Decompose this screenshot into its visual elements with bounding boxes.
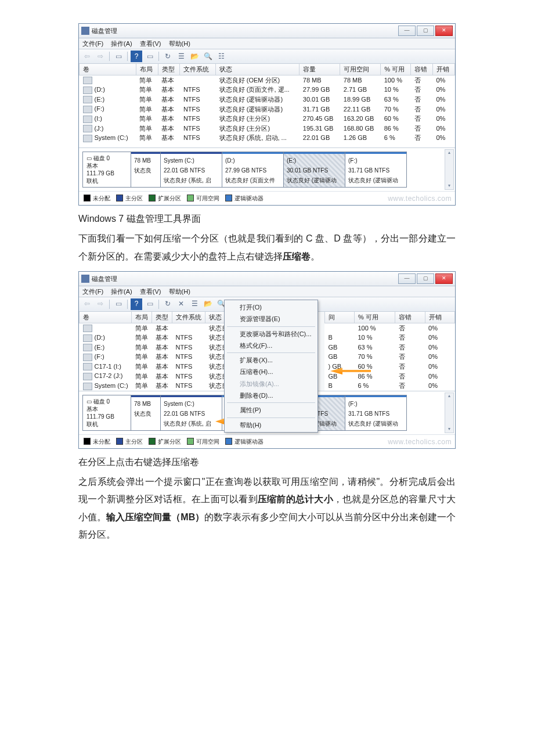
- forward-icon[interactable]: ⇨: [95, 298, 106, 310]
- menu-bar: 文件(F) 操作(A) 查看(V) 帮助(H): [79, 38, 455, 49]
- help-icon[interactable]: ?: [131, 51, 142, 62]
- col-header[interactable]: 类型: [158, 64, 180, 75]
- col-header[interactable]: % 可用: [381, 64, 411, 75]
- caption-1: Windows 7 磁盘管理工具界面: [78, 210, 456, 228]
- delete-icon[interactable]: ✕: [175, 298, 187, 310]
- disk-mgmt-window-2: 磁盘管理 — ▢ ✕ 文件(F) 操作(A) 查看(V) 帮助(H) ⇦ ⇨ ▭…: [78, 271, 456, 449]
- menu-help[interactable]: 帮助(H): [169, 287, 190, 296]
- table-row[interactable]: B6 %否0%: [325, 381, 455, 391]
- partition-reserved[interactable]: 78 MB 状态良: [131, 152, 161, 188]
- context-menu-item[interactable]: 打开(O): [225, 301, 317, 313]
- props-icon[interactable]: ▭: [144, 51, 156, 62]
- menu-action[interactable]: 操作(A): [111, 39, 132, 48]
- table-row[interactable]: GB70 %否0%: [325, 352, 455, 362]
- paragraph-1: 下面我们看一下如何压缩一个分区（也就是我们看到的 C 盘、D 盘等），分出一部分…: [78, 230, 456, 265]
- back-icon[interactable]: ⇦: [81, 51, 93, 62]
- scrollbar[interactable]: ▴▾: [445, 149, 454, 190]
- context-menu-item[interactable]: 压缩卷(H)...: [225, 366, 317, 377]
- forward-icon[interactable]: ⇨: [95, 51, 106, 62]
- context-menu-item[interactable]: 帮助(H): [225, 419, 317, 431]
- partition-reserved[interactable]: 78 MB 状态良: [131, 395, 161, 431]
- refresh-icon[interactable]: ↻: [162, 51, 174, 62]
- list-icon[interactable]: ☷: [215, 51, 227, 62]
- col-header[interactable]: 容量: [300, 64, 340, 75]
- volume-table: 卷布局类型文件系统状态容量可用空间% 可用容错开销 简单基本状态良好 (OEM …: [79, 64, 455, 147]
- table-row[interactable]: (J:)简单基本NTFS状态良好 (主分区)195.31 GB168.80 GB…: [80, 124, 455, 134]
- up-icon[interactable]: ▭: [113, 51, 124, 62]
- open-icon[interactable]: 📂: [189, 51, 200, 62]
- refresh-icon[interactable]: ↻: [162, 298, 174, 310]
- title-bar: 磁盘管理 — ▢ ✕: [79, 24, 455, 38]
- table-row[interactable]: C17-1 (I:)简单基本NTFS状态良: [80, 362, 232, 372]
- partition-c[interactable]: System (C:) 22.01 GB NTFS 状态良好 (系统, 启: [161, 152, 222, 188]
- col-header[interactable]: 容错: [411, 64, 433, 75]
- scrollbar[interactable]: ▴▾: [445, 393, 454, 433]
- window-controls: — ▢ ✕: [398, 26, 453, 36]
- context-menu-item[interactable]: 属性(P): [225, 404, 317, 416]
- partition-f[interactable]: (F:) 31.71 GB NTFS 状态良好 (逻辑驱动: [345, 395, 407, 431]
- volume-table-left: 卷布局类型文件系统状态 简单基本状态良(D:)简单基本NTFS状态良(E:)简单…: [79, 312, 232, 390]
- watermark: www.techolics.com: [388, 195, 452, 204]
- close-button[interactable]: ✕: [435, 26, 453, 36]
- col-header[interactable]: 布局: [136, 64, 158, 75]
- back-icon[interactable]: ⇦: [81, 298, 93, 310]
- table-row[interactable]: 简单基本状态良: [80, 323, 232, 333]
- up-icon[interactable]: ▭: [113, 298, 124, 310]
- open-icon[interactable]: 📂: [202, 298, 214, 310]
- table-row[interactable]: GB63 %否0%: [325, 343, 455, 352]
- disk-info: ▭ 磁盘 0 基本 111.79 GB 联机: [82, 152, 131, 188]
- table-row[interactable]: (D:)简单基本NTFS状态良好 (页面文件, 逻...27.99 GB2.71…: [80, 85, 455, 95]
- disk-layout-panel: ▭ 磁盘 0 基本 111.79 GB 联机 78 MB 状态良 System …: [79, 147, 455, 191]
- context-menu-item[interactable]: 更改驱动器号和路径(C)...: [225, 328, 317, 340]
- caption-2: 在分区上点击右键选择压缩卷: [78, 453, 456, 471]
- table-row[interactable]: (E:)简单基本NTFS状态良: [80, 343, 232, 352]
- table-row[interactable]: B10 %否0%: [325, 333, 455, 343]
- col-header[interactable]: 开销: [433, 64, 455, 75]
- table-row[interactable]: 100 %否0%: [325, 323, 455, 333]
- table-row[interactable]: (F:)简单基本NTFS状态良: [80, 352, 232, 362]
- volume-table-right: 间% 可用容错开销 100 %否0%B10 %否0%GB63 %否0%GB70 …: [324, 312, 455, 390]
- table-row[interactable]: (F:)简单基本NTFS状态良好 (逻辑驱动器)31.71 GB22.11 GB…: [80, 104, 455, 114]
- table-row[interactable]: System (C:)简单基本NTFS状态良: [80, 381, 232, 391]
- table-row[interactable]: (I:)简单基本NTFS状态良好 (主分区)270.45 GB163.20 GB…: [80, 114, 455, 124]
- find-icon[interactable]: 🔍: [202, 51, 214, 62]
- watermark: www.techolics.com: [388, 438, 452, 447]
- settings-icon[interactable]: ☰: [175, 51, 187, 62]
- app-icon: [81, 275, 89, 283]
- toolbar: ⇦ ⇨ ▭ ? ▭ ↻ ☰ 📂 🔍 ☷: [79, 49, 455, 64]
- context-menu-item[interactable]: 扩展卷(X)...: [225, 354, 317, 366]
- col-header[interactable]: 可用空间: [340, 64, 381, 75]
- props-icon[interactable]: ▭: [144, 298, 156, 310]
- context-menu-item[interactable]: 删除卷(D)...: [225, 390, 317, 401]
- window-title: 磁盘管理: [92, 27, 117, 35]
- menu-help[interactable]: 帮助(H): [169, 39, 190, 48]
- table-row[interactable]: System (C:)简单基本NTFS状态良好 (系统, 启动, ...22.0…: [80, 133, 455, 143]
- table-row[interactable]: (E:)简单基本NTFS状态良好 (逻辑驱动器)30.01 GB18.99 GB…: [80, 95, 455, 105]
- maximize-button[interactable]: ▢: [417, 273, 434, 284]
- col-header[interactable]: 状态: [216, 64, 300, 75]
- table-row[interactable]: (D:)简单基本NTFS状态良: [80, 333, 232, 343]
- partition-c[interactable]: System (C:) 22.01 GB NTFS 状态良好 (系统, 启: [161, 395, 222, 431]
- partition-f[interactable]: (F:) 31.71 GB NTFS 状态良好 (逻辑驱动: [345, 152, 407, 188]
- menu-file[interactable]: 文件(F): [82, 39, 103, 48]
- table-row[interactable]: 简单基本状态良好 (OEM 分区)78 MB78 MB100 %否0%: [80, 75, 455, 85]
- help-icon[interactable]: ?: [131, 298, 142, 310]
- context-menu-item: 添加镜像(A)...: [225, 378, 317, 390]
- col-header[interactable]: 卷: [80, 64, 136, 75]
- partition-e[interactable]: (E:) 30.01 GB NTFS 状态良好 (逻辑驱动: [284, 152, 345, 188]
- menu-action[interactable]: 操作(A): [111, 287, 132, 296]
- partition-d[interactable]: (D:) 27.99 GB NTFS 状态良好 (页面文件: [222, 152, 284, 188]
- minimize-button[interactable]: —: [398, 273, 416, 284]
- menu-view[interactable]: 查看(V): [140, 287, 161, 296]
- table-row[interactable]: C17-2 (J:)简单基本NTFS状态良: [80, 371, 232, 381]
- settings-icon[interactable]: ☰: [189, 298, 200, 310]
- maximize-button[interactable]: ▢: [417, 26, 434, 36]
- col-header[interactable]: 文件系统: [180, 64, 216, 75]
- paragraph-2: 之后系统会弹出一个提示窗口"正在查询卷以获取可用压缩空间，请稍候"。分析完成后会…: [78, 473, 456, 544]
- context-menu-item[interactable]: 格式化(F)...: [225, 340, 317, 351]
- context-menu-item[interactable]: 资源管理器(E): [225, 313, 317, 325]
- close-button[interactable]: ✕: [435, 273, 453, 284]
- menu-view[interactable]: 查看(V): [140, 39, 161, 48]
- menu-file[interactable]: 文件(F): [82, 287, 103, 296]
- minimize-button[interactable]: —: [398, 26, 416, 36]
